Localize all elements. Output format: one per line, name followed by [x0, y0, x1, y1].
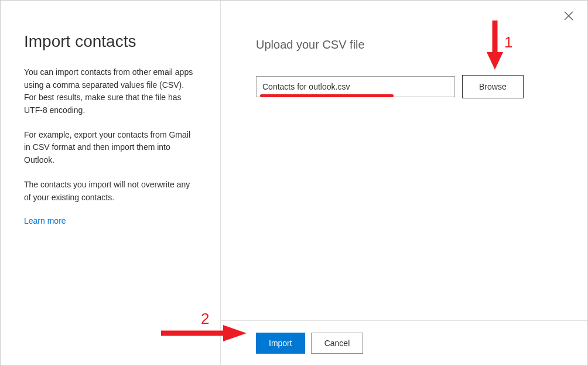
learn-more-link[interactable]: Learn more: [24, 216, 66, 225]
info-panel: Import contacts You can import contacts …: [1, 1, 221, 365]
file-name-input[interactable]: [256, 76, 455, 97]
import-button[interactable]: Import: [256, 333, 305, 354]
upload-title: Upload your CSV file: [256, 38, 552, 52]
info-paragraph-1: You can import contacts from other email…: [24, 66, 197, 117]
main-panel: Upload your CSV file Browse Import Cance…: [221, 1, 587, 365]
info-paragraph-3: The contacts you import will not overwri…: [24, 179, 197, 204]
close-icon: [564, 11, 573, 20]
info-paragraph-2: For example, export your contacts from G…: [24, 129, 197, 167]
cancel-button[interactable]: Cancel: [311, 333, 364, 354]
browse-button[interactable]: Browse: [462, 75, 524, 98]
dialog-footer: Import Cancel: [221, 320, 587, 365]
close-button[interactable]: [563, 10, 575, 22]
page-title: Import contacts: [24, 32, 197, 51]
